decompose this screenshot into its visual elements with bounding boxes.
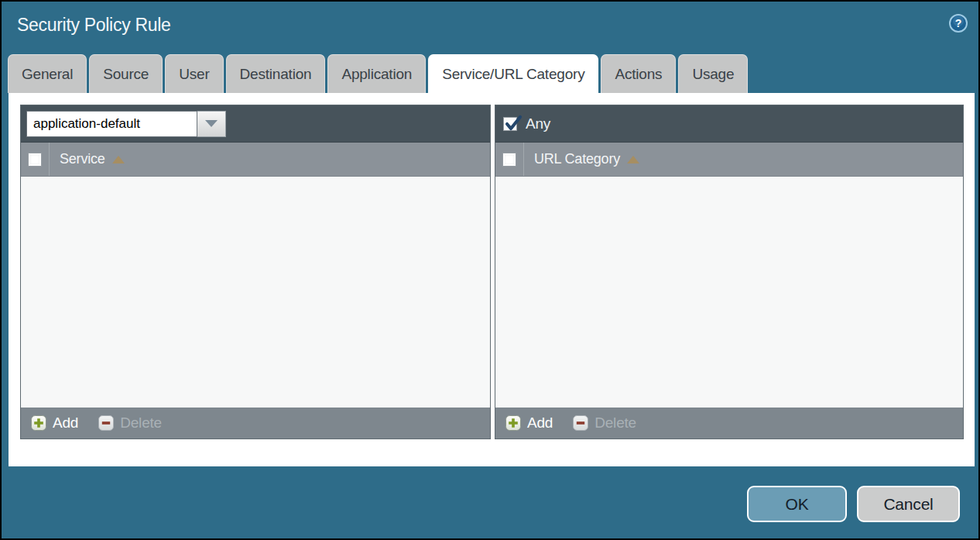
url-category-column-header-row: URL Category bbox=[495, 143, 963, 177]
url-category-list-body[interactable] bbox=[495, 177, 963, 408]
tab-source[interactable]: Source bbox=[89, 54, 163, 93]
service-panel: application-default Service bbox=[20, 105, 491, 439]
ok-button[interactable]: OK bbox=[747, 486, 847, 522]
url-category-delete-button[interactable]: Delete bbox=[573, 414, 636, 432]
dialog-title: Security Policy Rule bbox=[17, 15, 171, 36]
tab-service-url-category[interactable]: Service/URL Category bbox=[428, 54, 598, 93]
url-category-column-header[interactable]: URL Category bbox=[524, 151, 620, 167]
minus-icon bbox=[573, 415, 588, 431]
sort-ascending-icon[interactable] bbox=[627, 156, 639, 163]
service-panel-header: application-default bbox=[21, 105, 490, 143]
service-delete-button[interactable]: Delete bbox=[98, 414, 162, 432]
any-label: Any bbox=[526, 115, 550, 132]
tab-actions[interactable]: Actions bbox=[601, 54, 676, 93]
tab-bar: General Source User Destination Applicat… bbox=[8, 54, 972, 93]
service-type-dropdown-button[interactable] bbox=[197, 111, 226, 137]
service-add-button[interactable]: Add bbox=[31, 414, 78, 432]
security-policy-rule-dialog: Security Policy Rule ? General Source Us… bbox=[0, 0, 980, 540]
url-category-panel: Any URL Category bbox=[495, 105, 964, 439]
service-select-all-checkbox[interactable] bbox=[28, 153, 42, 167]
url-category-add-button[interactable]: Add bbox=[505, 414, 553, 432]
url-category-select-all-checkbox[interactable] bbox=[502, 153, 516, 167]
service-column-header-row: Service bbox=[21, 143, 490, 177]
service-list-body[interactable] bbox=[21, 177, 490, 408]
cancel-button[interactable]: Cancel bbox=[857, 486, 960, 522]
checkmark-icon bbox=[504, 115, 524, 135]
tab-general[interactable]: General bbox=[8, 54, 87, 93]
sort-ascending-icon[interactable] bbox=[112, 156, 125, 163]
service-panel-footer: Add Delete bbox=[21, 408, 490, 439]
tab-user[interactable]: User bbox=[165, 54, 223, 93]
tab-destination[interactable]: Destination bbox=[226, 54, 326, 93]
tab-usage[interactable]: Usage bbox=[678, 54, 748, 93]
url-category-panel-footer: Add Delete bbox=[495, 408, 963, 439]
url-category-panel-header: Any bbox=[495, 105, 963, 143]
help-icon[interactable]: ? bbox=[948, 13, 968, 33]
plus-icon bbox=[505, 415, 521, 431]
plus-icon bbox=[31, 415, 46, 431]
service-column-header[interactable]: Service bbox=[50, 151, 105, 167]
tab-content-area: application-default Service bbox=[9, 93, 975, 466]
service-type-dropdown[interactable]: application-default bbox=[26, 111, 226, 137]
any-checkbox[interactable] bbox=[503, 117, 517, 131]
minus-icon bbox=[98, 415, 114, 431]
chevron-down-icon bbox=[205, 120, 218, 127]
svg-text:?: ? bbox=[955, 17, 962, 29]
service-type-dropdown-value[interactable]: application-default bbox=[26, 111, 197, 137]
tab-application[interactable]: Application bbox=[327, 54, 426, 93]
